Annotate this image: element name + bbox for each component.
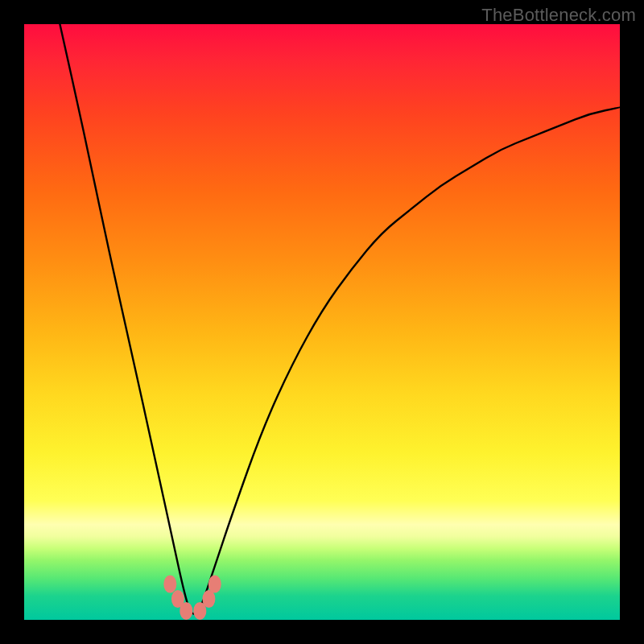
chart-frame: TheBottleneck.com bbox=[0, 0, 644, 644]
valley-marker bbox=[208, 576, 221, 593]
watermark-text: TheBottleneck.com bbox=[481, 5, 636, 26]
curve-svg bbox=[24, 24, 620, 620]
curve-markers bbox=[163, 576, 221, 620]
valley-marker bbox=[163, 576, 176, 593]
valley-marker bbox=[180, 602, 192, 620]
plot-area bbox=[24, 24, 620, 620]
valley-marker bbox=[202, 590, 215, 608]
bottleneck-curve bbox=[60, 24, 620, 614]
